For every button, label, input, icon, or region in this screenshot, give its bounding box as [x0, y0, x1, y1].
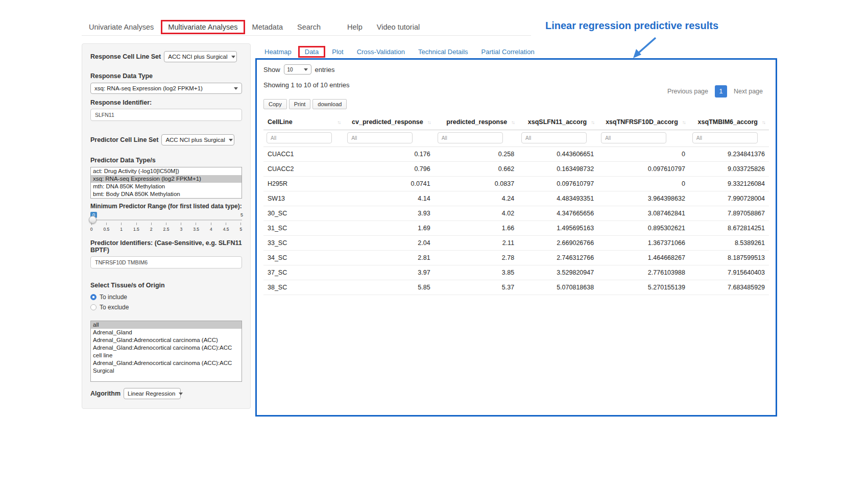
data-type-option-bmt-body-dna-850k-methylation[interactable]: bmt: Body DNA 850K Methylation — [91, 190, 242, 198]
tissue-radio-group: To includeTo exclude — [90, 292, 242, 312]
tissue-option-adrenal-gland-adrenocortical-carcinoma-acc-acc-s[interactable]: Adrenal_Gland:Adrenocortical carcinoma (… — [91, 359, 242, 375]
cell-cv-predicted-response: 0.176 — [344, 147, 435, 162]
slider-tick — [121, 223, 122, 225]
sort-icon[interactable]: ↑↓ — [762, 119, 765, 125]
sort-icon[interactable]: ↑↓ — [511, 119, 514, 125]
filter-input-xsqslfn11-accorg[interactable] — [521, 132, 587, 143]
slider-max-label: 5 — [240, 212, 243, 217]
nav-item-search[interactable]: Search — [290, 20, 328, 34]
filter-input-xsqtnfrsf10d-accorg[interactable] — [601, 132, 666, 143]
table-row: 37_SC3.973.853.5298209472.7761039887.915… — [263, 265, 769, 280]
filter-input-xsqtmbim6-accorg[interactable] — [692, 132, 758, 143]
response-data-type-select[interactable]: xsq: RNA-seq Expression (log2 FPKM+1) — [90, 83, 242, 94]
table-body: CUACC10.1760.2580.44360665109.234841376C… — [263, 147, 769, 295]
nav-item-video-tutorial[interactable]: Video tutorial — [370, 20, 427, 34]
print-button[interactable]: Print — [289, 99, 311, 109]
select-value: ACC NCI plus Surgical — [165, 137, 225, 143]
select-value: 10 — [287, 67, 293, 72]
select-value: ACC NCI plus Surgical — [168, 54, 227, 60]
column-label: xsqSLFN11_accorg — [528, 118, 587, 126]
filter-input-cv-predicted-response[interactable] — [347, 132, 413, 143]
download-button[interactable]: download — [312, 99, 347, 109]
slider-track[interactable] — [90, 219, 242, 221]
column-header-xsqslfn11-accorg[interactable]: xsqSLFN11_accorg↑↓ — [518, 114, 598, 130]
tab-plot[interactable]: Plot — [325, 46, 350, 58]
chevron-down-icon — [229, 139, 233, 141]
predictor-identifiers-label: Predictor Identifiers: (Case-Sensitive, … — [90, 239, 242, 254]
cell-xsqtmbim6-accorg: 7.897058867 — [689, 206, 769, 221]
table-row: H295R0.07410.08370.09761079709.332126084 — [263, 177, 769, 191]
cell-xsqtmbim6-accorg: 9.033725826 — [689, 162, 769, 177]
nav-item-univariate-analyses[interactable]: Univariate Analyses — [82, 20, 161, 34]
slider-tick — [166, 223, 166, 225]
slider-tick — [240, 223, 241, 225]
data-type-option-mth-dna-850k-methylation[interactable]: mth: DNA 850K Methylation — [91, 183, 242, 190]
radio-label: To exclude — [100, 304, 129, 311]
filter-input-predicted-response[interactable] — [438, 132, 503, 143]
tab-data[interactable]: Data — [298, 46, 325, 58]
cell-predicted-response: 3.85 — [435, 265, 518, 280]
cell-xsqtnfrsf10d-accorg: 0.895302621 — [598, 221, 689, 236]
sort-icon[interactable]: ↑↓ — [591, 119, 594, 125]
nav-item-metadata[interactable]: Metadata — [245, 20, 290, 34]
tab-heatmap[interactable]: Heatmap — [258, 46, 298, 58]
sort-icon[interactable]: ↑↓ — [682, 119, 685, 125]
sort-icon[interactable]: ↑↓ — [427, 119, 430, 125]
show-entries-suffix: entries — [315, 66, 335, 74]
slider-tick-label: 4 — [206, 227, 215, 232]
tissue-option-all[interactable]: all — [91, 321, 242, 329]
data-type-option-xsq-rna-seq-expression-log2-fpkm-1[interactable]: xsq: RNA-seq Expression (log2 FPKM+1) — [91, 175, 242, 183]
cell-xsqtnfrsf10d-accorg: 3.087462841 — [598, 206, 689, 221]
show-entries-prefix: Show — [263, 66, 280, 74]
column-header-predicted-response[interactable]: predicted_response↑↓ — [435, 114, 518, 130]
radio-to-exclude[interactable]: To exclude — [90, 302, 242, 312]
table-row: 30_SC3.934.024.3476656563.0874628417.897… — [263, 206, 769, 221]
column-header-cv-predicted-response[interactable]: cv_predicted_response↑↓ — [344, 114, 435, 130]
cell-predicted-response: 1.66 — [435, 221, 518, 236]
filter-cell — [435, 130, 518, 147]
column-header-xsqtmbim6-accorg[interactable]: xsqTMBIM6_accorg↑↓ — [689, 114, 769, 130]
next-page-button[interactable]: Next page — [729, 85, 767, 97]
annotation-text: Linear regression predictive results — [545, 20, 718, 32]
tab-partial-correlation[interactable]: Partial Correlation — [475, 46, 541, 58]
annotation-arrow-icon — [629, 36, 660, 60]
algorithm-field: Algorithm Linear Regression — [90, 388, 242, 399]
sort-icon[interactable]: ↑↓ — [337, 119, 340, 125]
cell-predicted-response: 2.11 — [435, 236, 518, 251]
radio-to-include[interactable]: To include — [90, 292, 242, 302]
copy-button[interactable]: Copy — [263, 99, 287, 109]
predictor-cell-line-set-select[interactable]: ACC NCI plus Surgical — [161, 134, 234, 145]
filter-input-cellline[interactable] — [267, 132, 332, 143]
entries-select[interactable]: 10 — [284, 64, 311, 75]
cell-predicted-response: 0.258 — [435, 147, 518, 162]
page-number-button[interactable]: 1 — [715, 85, 727, 97]
algorithm-select[interactable]: Linear Regression — [124, 388, 181, 399]
results-table: CellLine↑↓cv_predicted_response↑↓predict… — [263, 114, 769, 295]
cell-xsqslfn11-accorg: 4.347665656 — [518, 206, 598, 221]
cell-xsqslfn11-accorg: 4.483493351 — [518, 191, 598, 206]
nav-item-multivariate-analyses[interactable]: Multivariate Analyses — [161, 20, 245, 34]
data-type-option-act-drug-activity-log10-ic50m[interactable]: act: Drug Activity (-log10[IC50M]) — [91, 167, 242, 175]
cell-predicted-response: 2.78 — [435, 251, 518, 265]
predictor-identifiers-input[interactable] — [90, 256, 242, 269]
slider-tick-label: 0 — [87, 227, 96, 232]
cell-cv-predicted-response: 5.85 — [344, 280, 435, 295]
response-cell-line-set-select[interactable]: ACC NCI plus Surgical — [164, 51, 237, 62]
tissue-option-adrenal-gland[interactable]: Adrenal_Gland — [91, 329, 242, 336]
radio-indicator — [90, 294, 97, 300]
tab-technical-details[interactable]: Technical Details — [412, 46, 475, 58]
select-value: xsq: RNA-seq Expression (log2 FPKM+1) — [94, 85, 203, 91]
column-header-xsqtnfrsf10d-accorg[interactable]: xsqTNFRSF10D_accorg↑↓ — [598, 114, 689, 130]
response-identifier-input[interactable] — [90, 109, 242, 121]
tab-cross-validation[interactable]: Cross-Validation — [350, 46, 412, 58]
cell-cv-predicted-response: 0.796 — [344, 162, 435, 177]
slider-tick-label: 5 — [236, 227, 246, 232]
column-header-cellline[interactable]: CellLine↑↓ — [263, 114, 344, 130]
min-predictor-range-slider[interactable]: 0 5 00.511.522.533.544.55 — [90, 212, 242, 235]
cell-predicted-response: 4.24 — [435, 191, 518, 206]
nav-item-help[interactable]: Help — [340, 20, 370, 34]
previous-page-button[interactable]: Previous page — [663, 85, 713, 97]
slider-tick-labels: 00.511.522.533.544.55 — [87, 227, 246, 232]
tissue-option-adrenal-gland-adrenocortical-carcinoma-acc-acc-c[interactable]: Adrenal_Gland:Adrenocortical carcinoma (… — [91, 344, 242, 359]
tissue-option-adrenal-gland-adrenocortical-carcinoma-acc[interactable]: Adrenal_Gland:Adrenocortical carcinoma (… — [91, 336, 242, 344]
